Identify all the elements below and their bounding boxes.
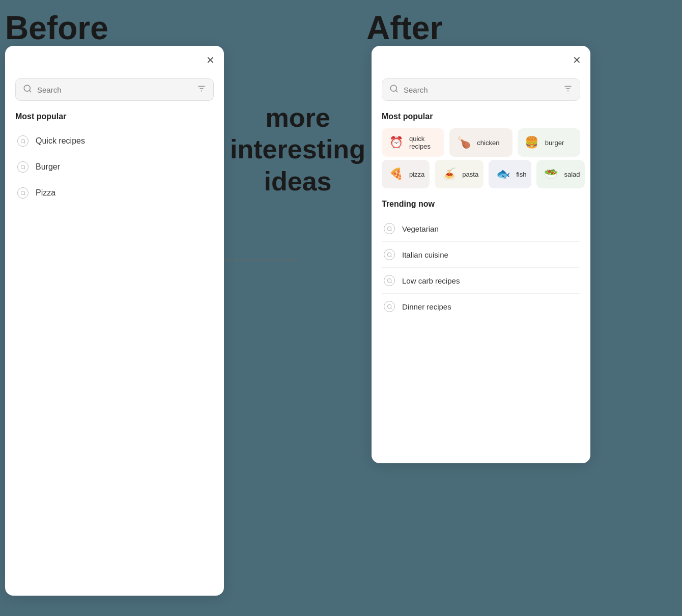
popular-chips-row1: ⏰ quick recipes 🍗 chicken 🍔 burger	[382, 128, 580, 157]
suggestion-search-icon	[17, 187, 29, 199]
list-item[interactable]: Vegetarian	[382, 216, 580, 242]
chip-chicken[interactable]: 🍗 chicken	[449, 128, 512, 157]
trending-list: Vegetarian Italian cuisine Low carb reci…	[382, 216, 580, 319]
suggestion-search-icon	[17, 161, 29, 173]
chip-salad[interactable]: 🥗 salad	[536, 160, 585, 188]
trending-label: Vegetarian	[402, 225, 439, 233]
before-filter-icon[interactable]	[197, 84, 206, 95]
svg-line-21	[390, 282, 391, 283]
before-close-button[interactable]: ✕	[206, 55, 215, 65]
svg-point-9	[21, 191, 24, 194]
trending-label: Italian cuisine	[402, 250, 448, 259]
trending-search-icon	[384, 223, 395, 234]
center-tagline: more interesting ideas	[221, 102, 374, 197]
trending-label: Dinner recipes	[402, 302, 451, 311]
svg-line-10	[24, 194, 25, 195]
svg-line-19	[390, 256, 391, 257]
before-search-icon	[23, 84, 32, 95]
after-search-bar[interactable]	[382, 78, 580, 101]
after-label: After	[366, 9, 442, 47]
chip-pizza[interactable]: 🍕 pizza	[382, 160, 430, 188]
list-item[interactable]: Dinner recipes	[382, 294, 580, 319]
trending-now-title: Trending now	[382, 200, 580, 209]
chip-fish-label: fish	[516, 171, 526, 178]
trending-search-icon	[384, 249, 395, 260]
suggestion-label: Pizza	[36, 188, 55, 198]
suggestion-label: Burger	[36, 162, 60, 172]
chip-pasta-label: pasta	[462, 171, 478, 178]
after-panel: ✕ Most popular ⏰ quick recipes 🍗 chicken	[372, 46, 590, 463]
popular-chips-row2: 🍕 pizza 🍝 pasta 🐟 fish 🥗 salad	[382, 160, 580, 188]
before-panel: ✕ Most popular Quick recipes	[5, 46, 224, 596]
chip-salad-label: salad	[564, 171, 580, 178]
before-most-popular-title: Most popular	[15, 112, 214, 121]
chip-quick-recipes[interactable]: ⏰ quick recipes	[382, 128, 444, 157]
svg-point-20	[387, 278, 391, 282]
svg-line-17	[390, 230, 391, 231]
before-search-bar[interactable]	[15, 78, 214, 101]
svg-point-16	[387, 227, 391, 230]
before-search-input[interactable]	[37, 86, 192, 94]
chip-chicken-label: chicken	[477, 139, 499, 147]
list-item[interactable]: Low carb recipes	[382, 268, 580, 294]
list-item[interactable]: Quick recipes	[15, 128, 214, 154]
chip-burger-label: burger	[545, 139, 564, 147]
list-item[interactable]: Burger	[15, 154, 214, 180]
svg-line-1	[29, 90, 31, 92]
chip-quick-recipes-label: quick recipes	[409, 135, 439, 150]
chip-fish[interactable]: 🐟 fish	[489, 160, 531, 188]
chip-burger[interactable]: 🍔 burger	[518, 128, 580, 157]
chip-fish-icon: 🐟	[494, 165, 512, 183]
chip-pasta[interactable]: 🍝 pasta	[435, 160, 484, 188]
svg-line-12	[395, 90, 397, 92]
after-search-input[interactable]	[404, 86, 558, 94]
chip-pizza-label: pizza	[409, 171, 424, 178]
before-label: Before	[5, 9, 108, 47]
svg-point-18	[387, 253, 391, 256]
trending-search-icon	[384, 275, 395, 286]
suggestion-search-icon	[17, 135, 29, 147]
chip-quick-recipes-icon: ⏰	[387, 133, 405, 152]
svg-line-6	[24, 142, 25, 143]
list-item[interactable]: Pizza	[15, 180, 214, 206]
list-item[interactable]: Italian cuisine	[382, 242, 580, 268]
svg-point-7	[21, 165, 24, 169]
svg-line-23	[390, 307, 391, 309]
chip-salad-icon: 🥗	[542, 165, 560, 183]
after-most-popular-title: Most popular	[382, 112, 580, 121]
chip-chicken-icon: 🍗	[454, 133, 473, 152]
svg-line-8	[24, 168, 25, 169]
svg-point-5	[21, 139, 24, 143]
trending-label: Low carb recipes	[402, 276, 460, 285]
chip-pizza-icon: 🍕	[387, 165, 405, 183]
before-suggestion-list: Quick recipes Burger Pizza	[15, 128, 214, 206]
after-search-icon	[389, 84, 399, 95]
suggestion-label: Quick recipes	[36, 136, 85, 146]
after-filter-icon[interactable]	[563, 84, 573, 95]
transition-arrow: →	[219, 255, 377, 265]
after-close-button[interactable]: ✕	[573, 55, 581, 65]
chip-pasta-icon: 🍝	[440, 165, 458, 183]
svg-point-22	[387, 304, 391, 308]
chip-burger-icon: 🍔	[523, 133, 541, 152]
trending-search-icon	[384, 301, 395, 312]
